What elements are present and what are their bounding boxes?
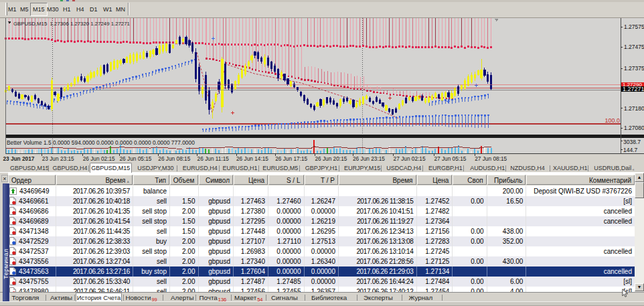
svg-text:1.27475: 1.27475 bbox=[624, 44, 644, 50]
svg-text:26 Jun 08:15: 26 Jun 08:15 bbox=[158, 155, 190, 162]
svg-text:1.27271: 1.27271 bbox=[623, 86, 644, 92]
svg-text:Better Volume 1.5 0.0000 594.0: Better Volume 1.5 0.0000 594.0000 0.0000… bbox=[7, 139, 195, 146]
svg-text:144.7: 144.7 bbox=[623, 147, 638, 153]
svg-text:3038.7: 3038.7 bbox=[623, 139, 641, 145]
svg-text:26 Jun 05:15: 26 Jun 05:15 bbox=[120, 155, 152, 162]
svg-text:1.27180: 1.27180 bbox=[624, 105, 644, 112]
svg-text:27 Jun 08:15: 27 Jun 08:15 bbox=[475, 155, 507, 162]
svg-text:26 Jun 23:15: 26 Jun 23:15 bbox=[353, 155, 385, 162]
svg-text:27 Jun 02:15: 27 Jun 02:15 bbox=[394, 155, 426, 162]
svg-text:1.27375: 1.27375 bbox=[624, 65, 644, 72]
svg-text:GBPUSD,M15 1.27306 1.27320 1.: GBPUSD,M15 1.27306 1.27320 1.27249 1.272… bbox=[13, 21, 130, 27]
svg-text:23 Jun 2017: 23 Jun 2017 bbox=[3, 155, 34, 162]
svg-text:26 Jun 20:15: 26 Jun 20:15 bbox=[315, 155, 347, 162]
svg-text:26 Jun 02:15: 26 Jun 02:15 bbox=[83, 155, 115, 162]
svg-text:27 Jun 05:15: 27 Jun 05:15 bbox=[434, 155, 466, 162]
svg-text:1.27575: 1.27575 bbox=[624, 23, 644, 30]
svg-text:1.27080: 1.27080 bbox=[624, 125, 644, 131]
svg-text:26 Jun 17:15: 26 Jun 17:15 bbox=[275, 155, 307, 162]
svg-text:100.0: 100.0 bbox=[605, 117, 620, 124]
svg-text:26 Jun 14:15: 26 Jun 14:15 bbox=[236, 155, 268, 162]
svg-text:23 Jun 23:15: 23 Jun 23:15 bbox=[42, 155, 74, 162]
svg-text:26 Jun 11:15: 26 Jun 11:15 bbox=[197, 155, 230, 162]
